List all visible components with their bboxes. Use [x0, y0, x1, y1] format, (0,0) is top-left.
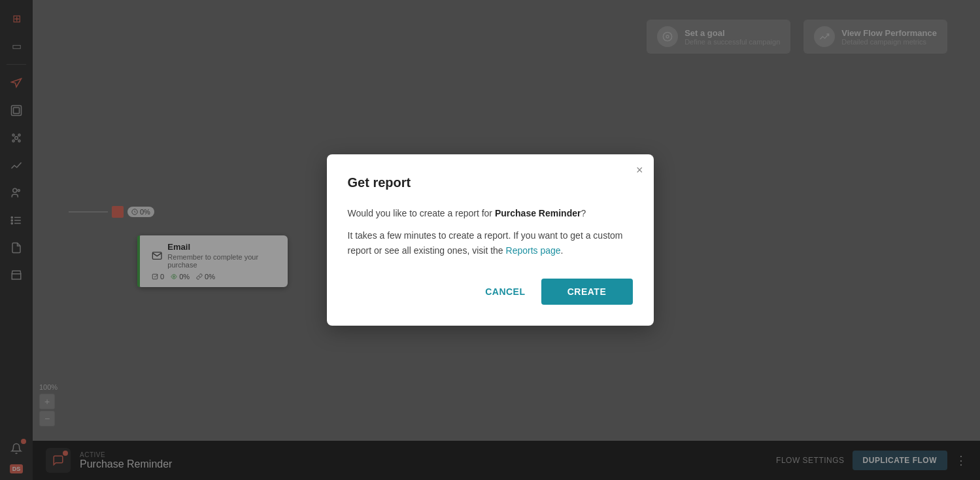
modal-footer: CANCEL CREATE	[348, 279, 633, 305]
create-button[interactable]: CREATE	[541, 279, 633, 305]
modal-line1: Would you like to create a report for Pu…	[348, 206, 633, 220]
modal-title: Get report	[348, 175, 633, 190]
modal-close-button[interactable]: ×	[636, 163, 643, 177]
cancel-button[interactable]: CANCEL	[469, 279, 541, 305]
reports-page-link[interactable]: Reports page	[506, 245, 561, 256]
get-report-modal: × Get report Would you like to create a …	[327, 154, 654, 326]
modal-body: Would you like to create a report for Pu…	[348, 206, 633, 258]
modal-line2: It takes a few minutes to create a repor…	[348, 228, 633, 258]
modal-overlay[interactable]: × Get report Would you like to create a …	[0, 0, 980, 480]
